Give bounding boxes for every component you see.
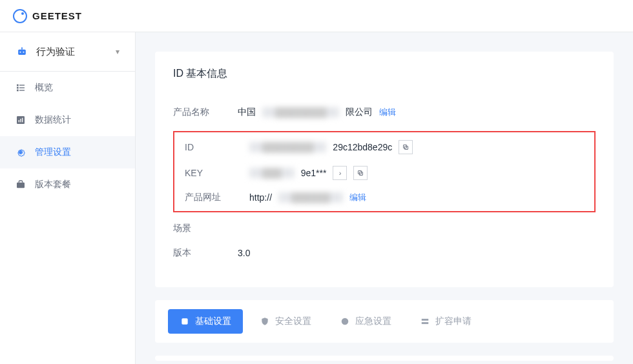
- logo-icon: [13, 9, 27, 23]
- card-title: ID 基本信息: [173, 67, 596, 81]
- header: GEETEST: [0, 0, 633, 32]
- sidebar-item-overview[interactable]: 概览: [0, 72, 135, 104]
- robot-icon: [16, 45, 28, 58]
- row-id: ID ████████ 29c12bd8e29c: [185, 140, 584, 154]
- label-product-name: 产品名称: [173, 106, 238, 118]
- tab-label: 应急设置: [355, 316, 391, 327]
- info-card: ID 基本信息 产品名称 中国 ████████ 限公司 编辑 ID █████…: [155, 52, 614, 287]
- sidebar-item-package[interactable]: 版本套餐: [0, 168, 135, 201]
- redacted-text: ████████: [262, 107, 339, 117]
- tab-emergency-settings[interactable]: 应急设置: [328, 309, 403, 334]
- value-url-prefix: http://: [249, 192, 272, 203]
- chevron-down-icon: ▾: [116, 47, 119, 56]
- chart-icon: [16, 115, 26, 125]
- label-scene: 场景: [173, 223, 238, 234]
- briefcase-icon: [16, 179, 26, 190]
- highlight-box: ID ████████ 29c12bd8e29c KEY ███ 9e1***: [173, 131, 596, 212]
- tabs-card: 基础设置 安全设置 应急设置: [155, 300, 614, 343]
- logo-text: GEETEST: [32, 10, 82, 21]
- svg-rect-6: [17, 90, 19, 92]
- list-icon: [16, 83, 26, 93]
- svg-rect-7: [19, 85, 25, 85]
- svg-rect-13: [22, 118, 23, 123]
- sidebar-item-label: 管理设置: [35, 147, 71, 158]
- expand-icon: [420, 316, 430, 327]
- gear-icon: [16, 147, 26, 157]
- tab-security-settings[interactable]: 安全设置: [248, 309, 323, 334]
- label-url: 产品网址: [185, 192, 249, 203]
- tab-label: 基础设置: [195, 316, 231, 327]
- sidebar: 行为验证 ▾ 概览 数据统计 管理设置 版本套餐: [0, 32, 136, 364]
- row-scene: 场景: [173, 223, 596, 234]
- copy-button[interactable]: [399, 140, 413, 154]
- tab-basic-settings[interactable]: 基础设置: [168, 309, 243, 334]
- shield-icon: [260, 316, 270, 327]
- label-id: ID: [185, 142, 249, 152]
- tab-label: 扩容申请: [435, 316, 472, 327]
- svg-rect-4: [17, 85, 19, 86]
- sidebar-item-label: 概览: [35, 82, 53, 94]
- row-url: 产品网址 http:// ██████ 编辑: [185, 192, 584, 203]
- sidebar-item-stats[interactable]: 数据统计: [0, 104, 135, 136]
- next-card-peek: [155, 356, 614, 361]
- main-content: ID 基本信息 产品名称 中国 ████████ 限公司 编辑 ID █████…: [136, 32, 633, 364]
- svg-rect-9: [19, 90, 25, 90]
- value-version: 3.0: [238, 248, 250, 258]
- alert-icon: [340, 316, 350, 327]
- tabs: 基础设置 安全设置 应急设置: [155, 300, 614, 343]
- svg-rect-20: [182, 318, 187, 324]
- redacted-text: ████████: [249, 142, 326, 152]
- svg-rect-8: [19, 87, 25, 88]
- svg-rect-23: [422, 322, 429, 324]
- edit-link[interactable]: 编辑: [349, 192, 366, 203]
- svg-point-1: [20, 52, 21, 53]
- value-name-suffix: 限公司: [346, 106, 373, 118]
- sidebar-item-settings[interactable]: 管理设置: [0, 136, 135, 168]
- svg-point-21: [342, 318, 349, 325]
- copy-button[interactable]: [353, 166, 368, 180]
- logo: GEETEST: [13, 9, 82, 23]
- tab-scale-request[interactable]: 扩容申请: [408, 309, 483, 334]
- svg-point-14: [19, 151, 22, 154]
- svg-rect-15: [17, 183, 25, 188]
- svg-rect-3: [21, 47, 23, 49]
- svg-rect-22: [422, 319, 429, 321]
- redacted-text: ██████: [278, 192, 343, 203]
- redacted-text: ███: [249, 168, 295, 178]
- svg-rect-12: [20, 119, 21, 122]
- tab-label: 安全设置: [275, 316, 311, 327]
- sidebar-item-label: 数据统计: [35, 114, 71, 126]
- reveal-button[interactable]: ›: [333, 166, 347, 180]
- row-version: 版本 3.0: [173, 247, 596, 259]
- edit-link[interactable]: 编辑: [379, 106, 396, 118]
- svg-rect-11: [19, 120, 19, 122]
- value-name-prefix: 中国: [238, 106, 256, 118]
- sidebar-header[interactable]: 行为验证 ▾: [0, 32, 135, 72]
- row-product-name: 产品名称 中国 ████████ 限公司 编辑: [173, 106, 596, 118]
- sidebar-header-label: 行为验证: [36, 46, 108, 58]
- sidebar-item-label: 版本套餐: [35, 179, 71, 190]
- svg-rect-0: [18, 50, 26, 55]
- value-id-suffix: 29c12bd8e29c: [333, 142, 392, 152]
- svg-rect-5: [17, 87, 19, 89]
- settings-icon: [180, 316, 190, 327]
- row-key: KEY ███ 9e1*** ›: [185, 166, 584, 180]
- value-key-mid: 9e1***: [301, 168, 327, 178]
- label-key: KEY: [185, 168, 249, 178]
- svg-point-2: [23, 52, 25, 53]
- label-version: 版本: [173, 247, 238, 259]
